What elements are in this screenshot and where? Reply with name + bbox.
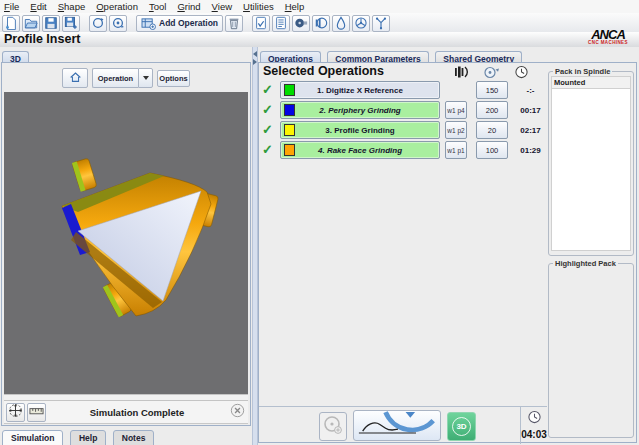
right-panel: Selected Operations ✓ 1. Digitize X Refe… [258,62,637,443]
menu-shape[interactable]: Shape [58,1,85,12]
left-tab-strip: 3D [2,48,31,63]
wheel-speed-button[interactable]: 150 [476,81,508,99]
wheel-pack-button[interactable]: w1 p4 [445,101,467,119]
viewport-toolbar: Operation Options [3,64,249,92]
summary-button[interactable] [272,15,290,32]
right-tab-strip: Operations Common Parameters Shared Geom… [260,48,524,63]
tab-simulation[interactable]: Simulation [2,430,63,445]
close-simulation-button[interactable] [228,403,246,421]
trash-icon [227,16,241,30]
coolant-button[interactable] [332,15,350,32]
view-mode-value: Operation [92,68,138,88]
pack-in-spindle-label: Pack in Spindle [553,67,612,76]
add-operation-button[interactable]: Add Operation [136,15,223,32]
chevron-down-icon[interactable] [138,68,153,88]
grinding-wheel-icon [294,16,308,30]
operation-button[interactable]: 1. Digitize X Reference [280,81,440,99]
open-folder-icon [24,16,38,30]
operation-button[interactable]: 4. Rake Face Grinding [280,141,440,159]
operation-row: ✓ 4. Rake Face Grinding w1 p1 100 01:29 [262,141,547,159]
home-view-button[interactable] [62,68,88,88]
operation-name: 1. Digitize X Reference [281,86,439,95]
wheel-editor-button[interactable] [89,15,107,32]
tab-notes[interactable]: Notes [113,430,155,445]
left-bottom-tab-strip: Simulation Help Notes [2,427,156,444]
pan-control-button[interactable] [6,403,25,422]
delete-operation-button[interactable] [225,15,243,32]
operation-color-swatch [284,104,295,116]
left-panel: Operation Options [1,62,251,426]
collapse-left-icon[interactable] [253,51,257,57]
simulation-status-message: Simulation Complete [46,407,228,418]
3d-view-button[interactable]: 3D [447,412,476,441]
operation-color-swatch [284,124,295,136]
operation-row: ✓ 1. Digitize X Reference 150 -:- [262,81,547,99]
save-as-icon [64,16,78,30]
operation-name: 2. Periphery Grinding [281,106,439,115]
operation-button[interactable]: 3. Profile Grinding [280,121,440,139]
operation-name: 3. Profile Grinding [281,126,439,135]
menu-utilities[interactable]: Utilities [243,1,274,12]
menu-operation[interactable]: Operation [96,1,138,12]
mounted-column-header: Mounted [551,76,631,89]
operation-row: ✓ 3. Profile Grinding w1 p2 20 02:17 [262,121,547,139]
menu-bar: File Edit Shape Operation Tool Grind Vie… [0,0,639,13]
operation-time: 01:29 [514,141,547,159]
menu-tool[interactable]: Tool [149,1,166,12]
operations-footer: 3D [259,406,547,443]
pack-sidebar: Pack in Spindle Mounted Highlighted Pack [548,63,636,442]
operation-color-swatch [284,84,295,96]
check-icon: ✓ [262,82,273,97]
3d-viewport[interactable] [4,92,248,394]
wheel-speed-button[interactable]: 100 [476,141,508,159]
menu-help[interactable]: Help [285,1,305,12]
main-toolbar: Add Operation [0,13,639,33]
job-setup-button[interactable] [252,15,270,32]
grinding-wheel-button[interactable] [292,15,310,32]
home-icon [68,70,83,86]
operation-time: -:- [514,81,547,99]
menu-edit[interactable]: Edit [30,1,46,12]
view-mode-dropdown[interactable]: Operation [92,68,153,88]
tab-help[interactable]: Help [70,430,106,445]
highlighted-pack-group: Highlighted Pack [548,263,634,438]
options-button[interactable]: Options [157,70,190,87]
new-file-button[interactable] [2,15,20,32]
operation-row: ✓ 2. Periphery Grinding w1 p4 200 00:17 [262,101,547,119]
simulation-view-button[interactable] [353,410,441,441]
menu-view[interactable]: View [212,1,232,12]
wheel-pack-button[interactable]: w1 p2 [445,121,467,139]
wheel-pack-button[interactable]: w1 p1 [445,141,467,159]
mounted-pack-list[interactable] [551,89,631,251]
title-bar: Profile Insert [0,32,639,47]
selected-operations-title: Selected Operations [263,64,384,78]
pan-icon [8,403,23,422]
anca-logo-subtitle: CNC MACHINES [580,40,636,45]
highlighted-pack-label: Highlighted Pack [553,259,618,268]
wheel-qualify-button[interactable] [109,15,127,32]
save-button[interactable] [42,15,60,32]
save-as-button[interactable] [62,15,80,32]
total-time-cell: 04:03 [520,406,547,444]
wheel-cycle-icon [111,16,125,30]
anca-logo-text: ANCA [580,29,636,40]
tool-axes-button[interactable] [372,15,390,32]
menu-grind[interactable]: Grind [177,1,200,12]
operation-time: 02:17 [514,121,547,139]
operation-name: 4. Rake Face Grinding [281,146,439,155]
collapse-right-icon[interactable] [253,59,257,65]
wheel-balance-button[interactable] [352,15,370,32]
simulation-view-icon [357,411,437,440]
save-icon [44,16,58,30]
menu-file[interactable]: File [4,1,19,12]
pack-in-spindle-group: Pack in Spindle Mounted [548,71,634,256]
operation-button[interactable]: 2. Periphery Grinding [280,101,440,119]
wheel-speed-button[interactable]: 20 [476,121,508,139]
new-document-icon [4,16,18,30]
measure-button[interactable] [27,403,46,422]
wheel-view-button [319,412,347,441]
open-file-button[interactable] [22,15,40,32]
summary-document-icon [274,16,288,30]
wheel-pack-button[interactable] [312,15,330,32]
wheel-speed-button[interactable]: 200 [476,101,508,119]
